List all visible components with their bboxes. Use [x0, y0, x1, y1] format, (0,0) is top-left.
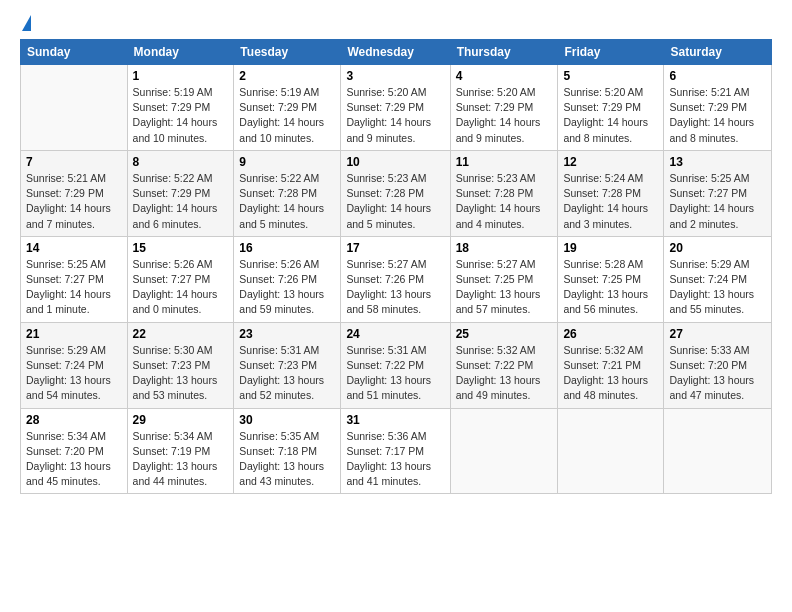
day-info: Sunrise: 5:20 AM Sunset: 7:29 PM Dayligh… — [563, 85, 658, 146]
calendar-week-row: 7Sunrise: 5:21 AM Sunset: 7:29 PM Daylig… — [21, 150, 772, 236]
day-info: Sunrise: 5:20 AM Sunset: 7:29 PM Dayligh… — [346, 85, 444, 146]
calendar-cell: 26Sunrise: 5:32 AM Sunset: 7:21 PM Dayli… — [558, 322, 664, 408]
day-number: 29 — [133, 413, 229, 427]
day-info: Sunrise: 5:26 AM Sunset: 7:27 PM Dayligh… — [133, 257, 229, 318]
day-info: Sunrise: 5:26 AM Sunset: 7:26 PM Dayligh… — [239, 257, 335, 318]
calendar-cell: 15Sunrise: 5:26 AM Sunset: 7:27 PM Dayli… — [127, 236, 234, 322]
calendar-cell: 21Sunrise: 5:29 AM Sunset: 7:24 PM Dayli… — [21, 322, 128, 408]
day-number: 21 — [26, 327, 122, 341]
day-info: Sunrise: 5:30 AM Sunset: 7:23 PM Dayligh… — [133, 343, 229, 404]
logo — [20, 15, 31, 31]
calendar-cell: 17Sunrise: 5:27 AM Sunset: 7:26 PM Dayli… — [341, 236, 450, 322]
day-number: 4 — [456, 69, 553, 83]
calendar-cell: 1Sunrise: 5:19 AM Sunset: 7:29 PM Daylig… — [127, 65, 234, 151]
day-info: Sunrise: 5:36 AM Sunset: 7:17 PM Dayligh… — [346, 429, 444, 490]
day-info: Sunrise: 5:32 AM Sunset: 7:22 PM Dayligh… — [456, 343, 553, 404]
calendar-table: SundayMondayTuesdayWednesdayThursdayFrid… — [20, 39, 772, 494]
day-number: 9 — [239, 155, 335, 169]
day-info: Sunrise: 5:25 AM Sunset: 7:27 PM Dayligh… — [26, 257, 122, 318]
day-number: 18 — [456, 241, 553, 255]
calendar-cell: 2Sunrise: 5:19 AM Sunset: 7:29 PM Daylig… — [234, 65, 341, 151]
calendar-cell: 31Sunrise: 5:36 AM Sunset: 7:17 PM Dayli… — [341, 408, 450, 494]
calendar-cell: 6Sunrise: 5:21 AM Sunset: 7:29 PM Daylig… — [664, 65, 772, 151]
day-number: 5 — [563, 69, 658, 83]
day-number: 6 — [669, 69, 766, 83]
day-number: 26 — [563, 327, 658, 341]
day-number: 20 — [669, 241, 766, 255]
day-number: 17 — [346, 241, 444, 255]
day-info: Sunrise: 5:31 AM Sunset: 7:23 PM Dayligh… — [239, 343, 335, 404]
calendar-cell: 9Sunrise: 5:22 AM Sunset: 7:28 PM Daylig… — [234, 150, 341, 236]
day-info: Sunrise: 5:23 AM Sunset: 7:28 PM Dayligh… — [456, 171, 553, 232]
day-info: Sunrise: 5:19 AM Sunset: 7:29 PM Dayligh… — [239, 85, 335, 146]
weekday-header: Thursday — [450, 40, 558, 65]
day-number: 15 — [133, 241, 229, 255]
calendar-cell: 16Sunrise: 5:26 AM Sunset: 7:26 PM Dayli… — [234, 236, 341, 322]
day-info: Sunrise: 5:31 AM Sunset: 7:22 PM Dayligh… — [346, 343, 444, 404]
day-info: Sunrise: 5:29 AM Sunset: 7:24 PM Dayligh… — [26, 343, 122, 404]
day-info: Sunrise: 5:35 AM Sunset: 7:18 PM Dayligh… — [239, 429, 335, 490]
calendar-cell — [664, 408, 772, 494]
calendar-cell: 27Sunrise: 5:33 AM Sunset: 7:20 PM Dayli… — [664, 322, 772, 408]
day-number: 7 — [26, 155, 122, 169]
weekday-header: Saturday — [664, 40, 772, 65]
day-info: Sunrise: 5:19 AM Sunset: 7:29 PM Dayligh… — [133, 85, 229, 146]
weekday-header: Monday — [127, 40, 234, 65]
calendar-cell: 24Sunrise: 5:31 AM Sunset: 7:22 PM Dayli… — [341, 322, 450, 408]
calendar-cell: 5Sunrise: 5:20 AM Sunset: 7:29 PM Daylig… — [558, 65, 664, 151]
weekday-header: Tuesday — [234, 40, 341, 65]
day-info: Sunrise: 5:32 AM Sunset: 7:21 PM Dayligh… — [563, 343, 658, 404]
day-number: 8 — [133, 155, 229, 169]
calendar-cell: 18Sunrise: 5:27 AM Sunset: 7:25 PM Dayli… — [450, 236, 558, 322]
calendar-cell: 28Sunrise: 5:34 AM Sunset: 7:20 PM Dayli… — [21, 408, 128, 494]
day-info: Sunrise: 5:33 AM Sunset: 7:20 PM Dayligh… — [669, 343, 766, 404]
day-number: 23 — [239, 327, 335, 341]
day-number: 30 — [239, 413, 335, 427]
calendar-cell: 14Sunrise: 5:25 AM Sunset: 7:27 PM Dayli… — [21, 236, 128, 322]
day-info: Sunrise: 5:27 AM Sunset: 7:25 PM Dayligh… — [456, 257, 553, 318]
day-number: 13 — [669, 155, 766, 169]
day-number: 10 — [346, 155, 444, 169]
day-info: Sunrise: 5:34 AM Sunset: 7:19 PM Dayligh… — [133, 429, 229, 490]
weekday-header: Friday — [558, 40, 664, 65]
day-number: 22 — [133, 327, 229, 341]
day-info: Sunrise: 5:21 AM Sunset: 7:29 PM Dayligh… — [669, 85, 766, 146]
calendar-cell: 19Sunrise: 5:28 AM Sunset: 7:25 PM Dayli… — [558, 236, 664, 322]
calendar-cell: 22Sunrise: 5:30 AM Sunset: 7:23 PM Dayli… — [127, 322, 234, 408]
day-number: 11 — [456, 155, 553, 169]
logo-triangle-icon — [22, 15, 31, 31]
day-info: Sunrise: 5:22 AM Sunset: 7:29 PM Dayligh… — [133, 171, 229, 232]
calendar-cell: 12Sunrise: 5:24 AM Sunset: 7:28 PM Dayli… — [558, 150, 664, 236]
calendar-cell: 11Sunrise: 5:23 AM Sunset: 7:28 PM Dayli… — [450, 150, 558, 236]
weekday-header: Sunday — [21, 40, 128, 65]
day-info: Sunrise: 5:27 AM Sunset: 7:26 PM Dayligh… — [346, 257, 444, 318]
calendar-cell: 7Sunrise: 5:21 AM Sunset: 7:29 PM Daylig… — [21, 150, 128, 236]
day-number: 24 — [346, 327, 444, 341]
calendar-cell — [21, 65, 128, 151]
day-number: 19 — [563, 241, 658, 255]
calendar-cell — [558, 408, 664, 494]
day-info: Sunrise: 5:24 AM Sunset: 7:28 PM Dayligh… — [563, 171, 658, 232]
calendar-cell: 29Sunrise: 5:34 AM Sunset: 7:19 PM Dayli… — [127, 408, 234, 494]
day-number: 14 — [26, 241, 122, 255]
calendar-header-row: SundayMondayTuesdayWednesdayThursdayFrid… — [21, 40, 772, 65]
day-info: Sunrise: 5:25 AM Sunset: 7:27 PM Dayligh… — [669, 171, 766, 232]
day-info: Sunrise: 5:23 AM Sunset: 7:28 PM Dayligh… — [346, 171, 444, 232]
day-info: Sunrise: 5:21 AM Sunset: 7:29 PM Dayligh… — [26, 171, 122, 232]
day-info: Sunrise: 5:29 AM Sunset: 7:24 PM Dayligh… — [669, 257, 766, 318]
calendar-cell: 10Sunrise: 5:23 AM Sunset: 7:28 PM Dayli… — [341, 150, 450, 236]
day-number: 3 — [346, 69, 444, 83]
weekday-header: Wednesday — [341, 40, 450, 65]
day-number: 28 — [26, 413, 122, 427]
calendar-cell: 13Sunrise: 5:25 AM Sunset: 7:27 PM Dayli… — [664, 150, 772, 236]
calendar-week-row: 1Sunrise: 5:19 AM Sunset: 7:29 PM Daylig… — [21, 65, 772, 151]
calendar-cell: 8Sunrise: 5:22 AM Sunset: 7:29 PM Daylig… — [127, 150, 234, 236]
calendar-week-row: 28Sunrise: 5:34 AM Sunset: 7:20 PM Dayli… — [21, 408, 772, 494]
calendar-cell: 25Sunrise: 5:32 AM Sunset: 7:22 PM Dayli… — [450, 322, 558, 408]
day-number: 2 — [239, 69, 335, 83]
calendar-cell: 23Sunrise: 5:31 AM Sunset: 7:23 PM Dayli… — [234, 322, 341, 408]
header — [20, 15, 772, 31]
calendar-cell: 3Sunrise: 5:20 AM Sunset: 7:29 PM Daylig… — [341, 65, 450, 151]
day-number: 1 — [133, 69, 229, 83]
day-info: Sunrise: 5:20 AM Sunset: 7:29 PM Dayligh… — [456, 85, 553, 146]
